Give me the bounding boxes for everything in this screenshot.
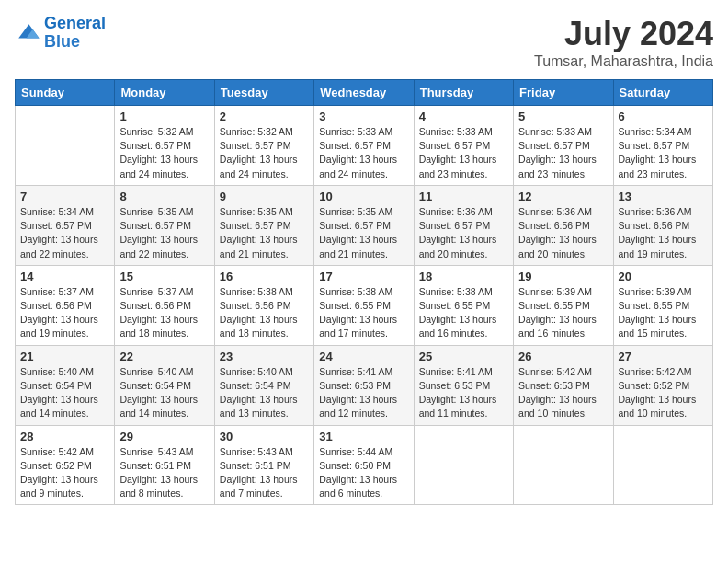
cell-day-number: 11 <box>419 190 508 203</box>
calendar-week-row: 14Sunrise: 5:37 AM Sunset: 6:56 PM Dayli… <box>16 265 713 345</box>
cell-info-text: Sunrise: 5:36 AM Sunset: 6:56 PM Dayligh… <box>518 205 608 261</box>
cell-day-number: 27 <box>619 350 708 363</box>
table-row: 16Sunrise: 5:38 AM Sunset: 6:56 PM Dayli… <box>214 265 313 345</box>
table-row: 22Sunrise: 5:40 AM Sunset: 6:54 PM Dayli… <box>115 345 214 425</box>
table-row: 31Sunrise: 5:44 AM Sunset: 6:50 PM Dayli… <box>314 425 414 505</box>
logo-line1: General <box>44 14 106 32</box>
cell-day-number: 13 <box>619 190 708 203</box>
table-row: 12Sunrise: 5:36 AM Sunset: 6:56 PM Dayli… <box>514 185 613 265</box>
cell-day-number: 3 <box>319 109 408 123</box>
cell-info-text: Sunrise: 5:32 AM Sunset: 6:57 PM Dayligh… <box>119 125 209 181</box>
cell-day-number: 26 <box>518 350 608 363</box>
table-row <box>414 425 513 505</box>
month-year: July 2024 <box>534 15 713 53</box>
cell-day-number: 24 <box>319 350 408 363</box>
cell-day-number: 21 <box>20 350 109 363</box>
table-row: 30Sunrise: 5:43 AM Sunset: 6:51 PM Dayli… <box>214 425 313 505</box>
table-row: 11Sunrise: 5:36 AM Sunset: 6:57 PM Dayli… <box>414 185 513 265</box>
cell-day-number: 12 <box>518 190 608 203</box>
table-row: 29Sunrise: 5:43 AM Sunset: 6:51 PM Dayli… <box>115 425 214 505</box>
cell-day-number: 5 <box>518 109 608 123</box>
cell-day-number: 8 <box>119 190 209 203</box>
cell-day-number: 7 <box>20 190 109 203</box>
cell-day-number: 29 <box>119 430 209 443</box>
table-row: 21Sunrise: 5:40 AM Sunset: 6:54 PM Dayli… <box>16 345 115 425</box>
table-row: 14Sunrise: 5:37 AM Sunset: 6:56 PM Dayli… <box>16 265 115 345</box>
cell-info-text: Sunrise: 5:42 AM Sunset: 6:53 PM Dayligh… <box>518 365 608 421</box>
cell-info-text: Sunrise: 5:42 AM Sunset: 6:52 PM Dayligh… <box>619 365 708 421</box>
table-row: 24Sunrise: 5:41 AM Sunset: 6:53 PM Dayli… <box>314 345 414 425</box>
table-row: 19Sunrise: 5:39 AM Sunset: 6:55 PM Dayli… <box>514 265 613 345</box>
table-row: 5Sunrise: 5:33 AM Sunset: 6:57 PM Daylig… <box>514 106 613 186</box>
cell-day-number: 18 <box>419 270 508 283</box>
table-row: 25Sunrise: 5:41 AM Sunset: 6:53 PM Dayli… <box>414 345 513 425</box>
table-row: 2Sunrise: 5:32 AM Sunset: 6:57 PM Daylig… <box>214 106 313 186</box>
th-thursday: Thursday <box>414 80 513 106</box>
th-tuesday: Tuesday <box>214 80 313 106</box>
table-row <box>16 106 115 186</box>
logo: General Blue <box>15 15 106 52</box>
cell-info-text: Sunrise: 5:37 AM Sunset: 6:56 PM Dayligh… <box>20 285 109 341</box>
cell-day-number: 25 <box>419 350 508 363</box>
weekday-header-row: Sunday Monday Tuesday Wednesday Thursday… <box>16 80 713 106</box>
cell-day-number: 22 <box>119 350 209 363</box>
cell-day-number: 10 <box>319 190 408 203</box>
calendar-week-row: 21Sunrise: 5:40 AM Sunset: 6:54 PM Dayli… <box>16 345 713 425</box>
table-row: 27Sunrise: 5:42 AM Sunset: 6:52 PM Dayli… <box>613 345 712 425</box>
table-row: 3Sunrise: 5:33 AM Sunset: 6:57 PM Daylig… <box>314 106 414 186</box>
cell-day-number: 14 <box>20 270 109 283</box>
table-row: 15Sunrise: 5:37 AM Sunset: 6:56 PM Dayli… <box>115 265 214 345</box>
location: Tumsar, Maharashtra, India <box>534 53 713 70</box>
calendar-table: Sunday Monday Tuesday Wednesday Thursday… <box>15 79 713 505</box>
cell-day-number: 19 <box>518 270 608 283</box>
cell-day-number: 30 <box>220 430 309 443</box>
table-row: 1Sunrise: 5:32 AM Sunset: 6:57 PM Daylig… <box>115 106 214 186</box>
cell-info-text: Sunrise: 5:34 AM Sunset: 6:57 PM Dayligh… <box>20 205 109 261</box>
cell-info-text: Sunrise: 5:37 AM Sunset: 6:56 PM Dayligh… <box>119 285 209 341</box>
table-row: 28Sunrise: 5:42 AM Sunset: 6:52 PM Dayli… <box>16 425 115 505</box>
th-wednesday: Wednesday <box>314 80 414 106</box>
table-row: 17Sunrise: 5:38 AM Sunset: 6:55 PM Dayli… <box>314 265 414 345</box>
cell-day-number: 6 <box>619 109 708 123</box>
table-row: 7Sunrise: 5:34 AM Sunset: 6:57 PM Daylig… <box>16 185 115 265</box>
logo-text: General Blue <box>44 15 106 52</box>
cell-info-text: Sunrise: 5:33 AM Sunset: 6:57 PM Dayligh… <box>419 125 508 181</box>
th-friday: Friday <box>514 80 613 106</box>
table-row: 20Sunrise: 5:39 AM Sunset: 6:55 PM Dayli… <box>613 265 712 345</box>
cell-info-text: Sunrise: 5:36 AM Sunset: 6:56 PM Dayligh… <box>619 205 708 261</box>
cell-info-text: Sunrise: 5:40 AM Sunset: 6:54 PM Dayligh… <box>220 365 309 421</box>
table-row: 9Sunrise: 5:35 AM Sunset: 6:57 PM Daylig… <box>214 185 313 265</box>
cell-day-number: 20 <box>619 270 708 283</box>
table-row: 6Sunrise: 5:34 AM Sunset: 6:57 PM Daylig… <box>613 106 712 186</box>
cell-info-text: Sunrise: 5:39 AM Sunset: 6:55 PM Dayligh… <box>619 285 708 341</box>
th-monday: Monday <box>115 80 214 106</box>
cell-info-text: Sunrise: 5:44 AM Sunset: 6:50 PM Dayligh… <box>319 445 408 501</box>
cell-info-text: Sunrise: 5:32 AM Sunset: 6:57 PM Dayligh… <box>220 125 309 181</box>
th-saturday: Saturday <box>613 80 712 106</box>
calendar-week-row: 7Sunrise: 5:34 AM Sunset: 6:57 PM Daylig… <box>16 185 713 265</box>
cell-info-text: Sunrise: 5:38 AM Sunset: 6:56 PM Dayligh… <box>220 285 309 341</box>
cell-info-text: Sunrise: 5:41 AM Sunset: 6:53 PM Dayligh… <box>319 365 408 421</box>
cell-info-text: Sunrise: 5:38 AM Sunset: 6:55 PM Dayligh… <box>319 285 408 341</box>
calendar-week-row: 1Sunrise: 5:32 AM Sunset: 6:57 PM Daylig… <box>16 106 713 186</box>
cell-info-text: Sunrise: 5:41 AM Sunset: 6:53 PM Dayligh… <box>419 365 508 421</box>
logo-line2: Blue <box>44 32 80 51</box>
table-row <box>514 425 613 505</box>
cell-info-text: Sunrise: 5:34 AM Sunset: 6:57 PM Dayligh… <box>619 125 708 181</box>
page-header: General Blue July 2024 Tumsar, Maharasht… <box>15 15 713 70</box>
cell-day-number: 9 <box>220 190 309 203</box>
cell-day-number: 28 <box>20 430 109 443</box>
calendar-week-row: 28Sunrise: 5:42 AM Sunset: 6:52 PM Dayli… <box>16 425 713 505</box>
cell-day-number: 16 <box>220 270 309 283</box>
cell-info-text: Sunrise: 5:35 AM Sunset: 6:57 PM Dayligh… <box>220 205 309 261</box>
cell-info-text: Sunrise: 5:36 AM Sunset: 6:57 PM Dayligh… <box>419 205 508 261</box>
cell-day-number: 17 <box>319 270 408 283</box>
table-row: 18Sunrise: 5:38 AM Sunset: 6:55 PM Dayli… <box>414 265 513 345</box>
title-block: July 2024 Tumsar, Maharashtra, India <box>534 15 713 70</box>
table-row: 26Sunrise: 5:42 AM Sunset: 6:53 PM Dayli… <box>514 345 613 425</box>
cell-info-text: Sunrise: 5:43 AM Sunset: 6:51 PM Dayligh… <box>220 445 309 501</box>
table-row: 13Sunrise: 5:36 AM Sunset: 6:56 PM Dayli… <box>613 185 712 265</box>
cell-day-number: 2 <box>220 109 309 123</box>
cell-info-text: Sunrise: 5:38 AM Sunset: 6:55 PM Dayligh… <box>419 285 508 341</box>
cell-info-text: Sunrise: 5:43 AM Sunset: 6:51 PM Dayligh… <box>119 445 209 501</box>
